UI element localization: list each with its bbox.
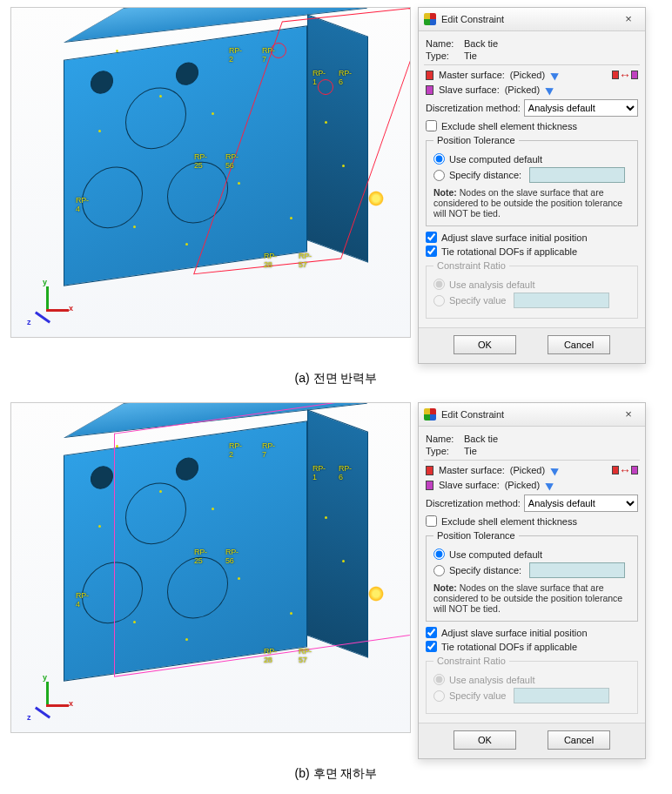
refpoint-rp56: RP-56 — [225, 152, 239, 170]
cancel-button[interactable]: Cancel — [548, 335, 610, 354]
swap-arrow-icon: ↔ — [619, 69, 631, 81]
slave-surface-label: Slave surface: — [439, 84, 500, 95]
swap-arrow-icon: ↔ — [619, 464, 631, 476]
refpoint-rp57: RP-57 — [299, 252, 312, 269]
adjust-slave-checkbox[interactable]: Adjust slave surface initial position — [426, 627, 638, 638]
hole-small-right — [176, 456, 198, 482]
specify-value-input — [514, 688, 609, 703]
triad-z-label: z — [27, 318, 31, 326]
tie-rot-checkbox[interactable]: Tie rotational DOFs if applicable — [426, 641, 638, 652]
refpoint-rp57: RP-57 — [299, 647, 312, 664]
dialog-titlebar[interactable]: Edit Constraint × — [419, 8, 645, 31]
exclude-shell-checkbox[interactable]: Exclude shell element thickness — [426, 515, 638, 527]
discretization-select[interactable]: Analysis default — [524, 99, 638, 117]
adjust-slave-checkbox[interactable]: Adjust slave surface initial position — [426, 232, 638, 243]
close-icon[interactable]: × — [617, 407, 640, 422]
swap-surfaces-button[interactable]: ↔ — [612, 464, 638, 476]
panel-b-row: RP-2 RP-7 RP-1 RP-6 RP-25 RP-56 RP-4 RP-… — [0, 395, 672, 761]
slave-swatch-icon — [426, 85, 433, 95]
name-label: Name: — [426, 38, 459, 49]
constraint-ratio-group: Constraint Ratio Use analysis default Sp… — [426, 260, 638, 319]
note-text: Note: Nodes on the slave surface that ar… — [433, 582, 630, 614]
exclude-shell-checkbox[interactable]: Exclude shell element thickness — [426, 120, 638, 131]
ok-button[interactable]: OK — [454, 730, 516, 750]
cancel-button[interactable]: Cancel — [548, 730, 610, 750]
name-label: Name: — [426, 434, 459, 444]
note-text: Note: Nodes on the slave surface that ar… — [433, 187, 630, 219]
pick-master-icon[interactable] — [550, 464, 562, 476]
swap-surfaces-button[interactable]: ↔ — [612, 69, 638, 81]
slave-surface-label: Slave surface: — [439, 480, 500, 490]
hole-big-top — [125, 479, 186, 548]
face-front — [64, 421, 307, 681]
refpoint-rp4: RP-4 — [76, 196, 89, 213]
position-tolerance-legend: Position Tolerance — [433, 135, 519, 145]
use-computed-radio[interactable]: Use computed default — [433, 153, 630, 165]
specify-distance-input[interactable] — [529, 167, 625, 183]
view-triad: x y z — [22, 670, 74, 722]
edit-constraint-dialog-b: Edit Constraint × Name: Back tie Type: T… — [418, 402, 646, 759]
app-icon — [424, 408, 436, 421]
refpoint-rp56: RP-56 — [225, 548, 239, 565]
constraint-ratio-group: Constraint Ratio Use analysis default Sp… — [426, 656, 638, 714]
triad-y-label: y — [43, 278, 47, 286]
refpoint-rp28: RP-28 — [264, 252, 277, 269]
specify-value-radio: Specify value — [433, 293, 630, 308]
pick-master-icon[interactable] — [550, 69, 562, 81]
triad-z-label: z — [27, 713, 31, 722]
refpoint-rp2: RP-2 — [229, 46, 242, 64]
hole-big-bl — [82, 163, 143, 232]
datum-marker-right — [368, 191, 384, 206]
pick-slave-icon[interactable] — [545, 84, 557, 96]
specify-distance-input[interactable] — [529, 562, 625, 578]
specify-distance-radio[interactable]: Specify distance: — [433, 562, 630, 578]
specify-value-input — [514, 293, 609, 308]
dialog-titlebar[interactable]: Edit Constraint × — [419, 403, 645, 427]
master-swatch-icon — [426, 71, 433, 80]
triad-y-label: y — [43, 673, 47, 682]
discretization-select[interactable]: Analysis default — [524, 495, 638, 512]
hole-small-left — [91, 465, 113, 491]
name-value: Back tie — [464, 38, 498, 49]
hole-small-left — [91, 70, 113, 96]
pick-slave-icon[interactable] — [545, 479, 557, 491]
face-side — [307, 14, 368, 262]
close-icon[interactable]: × — [617, 11, 640, 27]
master-picked: (Picked) — [510, 70, 545, 80]
caption-a: (a) 전면 반력부 — [0, 366, 672, 395]
hole-big-top — [125, 84, 186, 153]
constraint-ratio-legend: Constraint Ratio — [433, 260, 509, 271]
specify-distance-radio[interactable]: Specify distance: — [433, 167, 630, 183]
refpoint-rp28: RP-28 — [264, 647, 277, 664]
master-swatch-icon — [426, 466, 433, 475]
ok-button[interactable]: OK — [454, 335, 516, 354]
face-front — [64, 25, 307, 286]
refpoint-rp7: RP-7 — [262, 441, 275, 459]
panel-a-row: RP-2 RP-7 RP-1 RP-6 RP-25 RP-56 RP-4 RP-… — [0, 0, 672, 366]
datum-marker-right — [368, 586, 384, 602]
hole-big-bl — [82, 558, 143, 628]
dialog-title: Edit Constraint — [441, 14, 504, 24]
use-computed-radio[interactable]: Use computed default — [433, 548, 630, 560]
tie-rot-checkbox[interactable]: Tie rotational DOFs if applicable — [426, 246, 638, 257]
refpoint-rp2: RP-2 — [229, 441, 242, 459]
refpoint-rp7: RP-7 — [262, 46, 275, 64]
viewport-b[interactable]: RP-2 RP-7 RP-1 RP-6 RP-25 RP-56 RP-4 RP-… — [10, 402, 411, 733]
use-analysis-default-radio: Use analysis default — [433, 674, 630, 685]
triad-x-label: x — [69, 699, 73, 708]
master-surface-label: Master surface: — [439, 465, 505, 475]
specify-value-radio: Specify value — [433, 688, 630, 703]
position-tolerance-group: Position Tolerance Use computed default … — [426, 530, 638, 622]
hole-small-right — [176, 61, 198, 87]
refpoint-rp25: RP-25 — [194, 548, 207, 565]
refpoint-rp4: RP-4 — [76, 591, 89, 609]
position-tolerance-group: Position Tolerance Use computed default … — [426, 135, 638, 226]
viewport-a[interactable]: RP-2 RP-7 RP-1 RP-6 RP-25 RP-56 RP-4 RP-… — [10, 7, 411, 338]
app-icon — [424, 13, 436, 25]
master-picked: (Picked) — [510, 465, 545, 475]
discretization-label: Discretization method: — [426, 498, 521, 508]
triad-x-label: x — [69, 304, 73, 313]
use-analysis-default-radio: Use analysis default — [433, 279, 630, 290]
type-value: Tie — [464, 446, 477, 456]
refpoint-rp1: RP-1 — [312, 464, 326, 481]
